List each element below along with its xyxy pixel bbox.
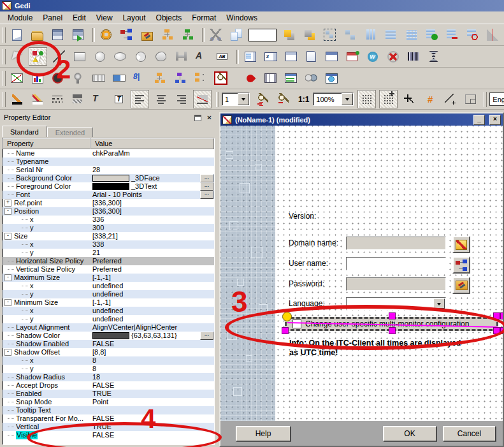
collapse-icon[interactable]: - — [4, 299, 11, 306]
zoom-select[interactable]: 100% — [313, 92, 354, 106]
switch-tool-button[interactable] — [303, 70, 320, 87]
text-format-button[interactable]: T — [90, 91, 107, 108]
toolbar-grip[interactable] — [3, 27, 6, 43]
polygon-tool-button[interactable] — [152, 48, 169, 65]
minimize-icon[interactable]: _ — [473, 115, 485, 125]
menu-windows[interactable]: Windows — [221, 12, 263, 24]
layout-remove-button[interactable] — [443, 26, 461, 43]
selection-handle[interactable] — [389, 327, 396, 334]
menu-objects[interactable]: Objects — [151, 12, 187, 24]
toolbar-grip[interactable] — [3, 92, 6, 107]
property-row-x[interactable]: x8 — [3, 356, 214, 365]
grid-snap-button[interactable] — [379, 90, 398, 108]
object-tree-button[interactable] — [159, 26, 176, 43]
toolbar-grip[interactable] — [216, 92, 219, 107]
selection-handle[interactable] — [389, 312, 396, 319]
bar-chart-tool-button[interactable] — [29, 70, 46, 87]
menu-widget-button[interactable] — [282, 48, 299, 65]
arc-tool-button[interactable] — [132, 48, 149, 65]
chevron-down-icon[interactable] — [238, 93, 249, 105]
toolbar-grip[interactable] — [484, 92, 487, 107]
catalog-editor-button[interactable] — [138, 26, 155, 43]
ungroup-button[interactable] — [342, 26, 359, 43]
property-value[interactable]: 336 — [92, 216, 104, 224]
align-center-button[interactable] — [152, 91, 169, 108]
property-value[interactable]: undefined — [92, 282, 123, 290]
list-widget-button[interactable] — [241, 48, 259, 65]
property-row-transparent-for-mo-[interactable]: Transparent For Mo...FALSE — [3, 414, 214, 423]
flip-vertical-button[interactable] — [484, 26, 501, 43]
browser-tool-button[interactable] — [323, 70, 340, 87]
save-all-button[interactable] — [69, 26, 87, 43]
property-row-typename[interactable]: Typename — [3, 158, 214, 166]
collapse-icon[interactable]: - — [4, 233, 11, 240]
align-left-button[interactable] — [131, 90, 149, 108]
frame-widget-button[interactable] — [323, 48, 340, 65]
property-row-y[interactable]: y21 — [3, 249, 214, 257]
property-value[interactable]: AlignVCenter|AlignHCenter — [92, 323, 177, 332]
new-panel-button[interactable] — [8, 26, 25, 43]
zoom-in-button[interactable] — [254, 91, 271, 108]
ellipsis-button[interactable]: ... — [200, 182, 213, 191]
property-value[interactable]: FALSE — [92, 381, 114, 390]
selection-handle[interactable] — [493, 312, 500, 319]
property-row-foreground-color[interactable]: Foreground Color_3DText... — [3, 182, 214, 191]
tab-extended[interactable]: Extended — [47, 127, 93, 137]
property-value[interactable]: Preferred — [92, 257, 122, 265]
collapse-icon[interactable]: - — [4, 274, 11, 281]
property-value[interactable]: [338,21] — [92, 232, 118, 240]
property-row-horizontal-size-policy[interactable]: Horizontal Size PolicyPreferred — [3, 257, 214, 265]
column-property[interactable]: Property — [3, 138, 90, 149]
property-value[interactable]: [-1,-1] — [92, 298, 111, 307]
property-row-enabled[interactable]: EnabledTRUE — [3, 390, 214, 398]
group-button[interactable] — [321, 26, 338, 43]
send-to-back-button[interactable] — [301, 26, 318, 43]
property-row-position[interactable]: -Position[336,300] — [3, 207, 214, 216]
column-value[interactable]: Value — [90, 138, 214, 149]
property-row-vertical-size-policy[interactable]: Vertical Size PolicyPreferred — [3, 265, 214, 274]
property-row-shadow-radius[interactable]: Shadow Radius18 — [3, 373, 214, 381]
property-value[interactable]: 8 — [92, 365, 96, 373]
layer-select[interactable]: 1 — [222, 92, 250, 106]
tab-standard[interactable]: Standard — [2, 126, 47, 137]
textfield-tool-button[interactable]: AB — [213, 48, 231, 65]
report-tool-button[interactable] — [262, 70, 279, 87]
property-value[interactable]: [336,300] — [92, 199, 122, 207]
toolbar-grip[interactable] — [3, 49, 6, 64]
property-row-y[interactable]: yundefined — [3, 315, 214, 323]
layout-grid-button[interactable] — [403, 26, 420, 43]
property-row-size[interactable]: -Size[338,21] — [3, 232, 214, 240]
property-row-x[interactable]: xundefined — [3, 307, 214, 315]
property-row-vertical[interactable]: VerticalTRUE — [3, 423, 214, 431]
cancel-button[interactable]: Cancel — [443, 426, 496, 441]
trend-tool-button[interactable] — [8, 70, 25, 87]
property-row-minimum-size[interactable]: -Minimum Size[-1,-1] — [3, 298, 214, 307]
line-tool-button[interactable] — [50, 48, 68, 65]
line-color-button[interactable] — [8, 91, 25, 108]
zoom-out-button[interactable] — [274, 91, 291, 108]
property-row-ref-point[interactable]: +Ref.point[336,300] — [3, 199, 214, 207]
property-value[interactable]: 18 — [92, 373, 100, 381]
user-tree-button[interactable] — [452, 256, 470, 274]
property-value[interactable]: 300 — [92, 224, 104, 232]
collapse-icon[interactable]: - — [4, 208, 11, 215]
digital-tool-button[interactable]: 8| — [131, 70, 148, 87]
property-value[interactable]: undefined — [92, 290, 123, 298]
language-combo[interactable] — [346, 297, 446, 310]
line-style-button[interactable] — [49, 91, 66, 108]
selection-handle[interactable] — [282, 327, 289, 334]
hourglass-widget-button[interactable] — [425, 48, 442, 65]
property-row-shadow-enabled[interactable]: Shadow EnabledFALSE — [3, 340, 214, 348]
toolbar-grip[interactable] — [3, 71, 6, 86]
property-row-tooltip-text[interactable]: Tooltip Text — [3, 406, 214, 414]
menu-edit[interactable]: Edit — [68, 12, 91, 24]
ellipsis-button[interactable]: ... — [200, 174, 213, 182]
circle-tool-button[interactable] — [91, 48, 108, 65]
collapse-icon[interactable]: - — [4, 349, 11, 356]
property-row-accept-drops[interactable]: Accept DropsFALSE — [3, 381, 214, 390]
property-value[interactable]: 28 — [92, 166, 100, 174]
barcode-widget-button[interactable] — [405, 48, 422, 65]
property-row-snap-mode[interactable]: Snap ModePoint — [3, 398, 214, 406]
progress-tool-button[interactable] — [90, 70, 107, 87]
para-editor-button[interactable] — [118, 26, 135, 43]
